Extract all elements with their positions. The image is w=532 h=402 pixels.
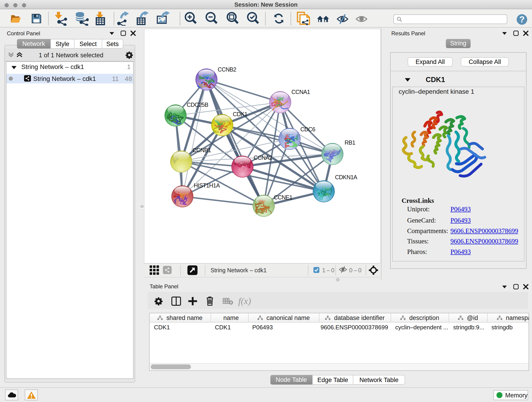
svg-text:RB1: RB1 — [345, 139, 355, 146]
svg-text:CCNE1: CCNE1 — [274, 194, 292, 201]
svg-text:CDC25B: CDC25B — [187, 102, 208, 108]
svg-text:CCNA1: CCNA1 — [291, 89, 310, 95]
svg-text:HIST1H1A: HIST1H1A — [194, 182, 220, 189]
svg-text:CDK1: CDK1 — [233, 111, 247, 117]
svg-text:CDC6: CDC6 — [300, 126, 315, 133]
svg-text:CDKN1A: CDKN1A — [335, 174, 357, 180]
svg-text:CCNB2: CCNB2 — [218, 66, 236, 73]
svg-text:CCNB1: CCNB1 — [192, 147, 211, 153]
svg-text:CCNA2: CCNA2 — [254, 154, 272, 161]
